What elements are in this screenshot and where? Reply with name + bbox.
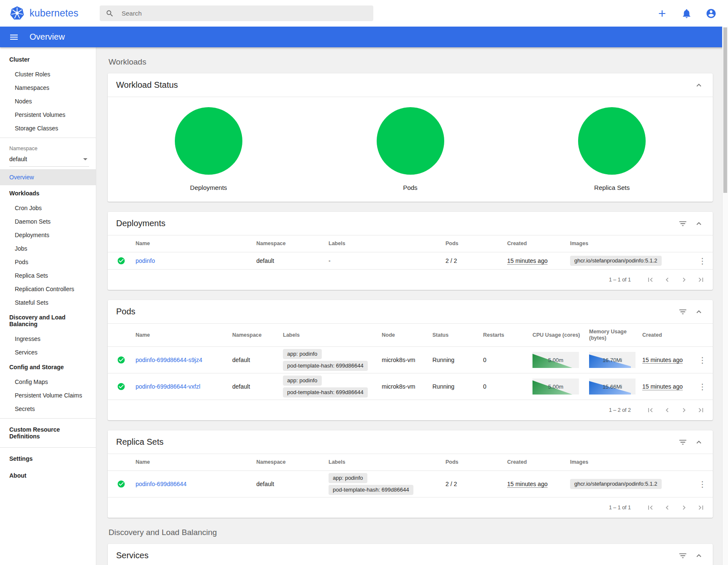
collapse-button[interactable] xyxy=(691,216,707,232)
sidebar-item-pods[interactable]: Pods xyxy=(0,255,96,269)
sidebar-item-replica-sets[interactable]: Replica Sets xyxy=(0,269,96,282)
pagination-range: 1 – 1 of 1 xyxy=(609,277,631,283)
column-header: Namespace xyxy=(252,235,324,252)
sidebar-item-custom-resource-definitions[interactable]: Custom Resource Definitions xyxy=(0,421,96,445)
namespace-selector[interactable]: default xyxy=(9,152,89,167)
collapse-button[interactable] xyxy=(691,548,707,564)
sidebar-item-about[interactable]: About xyxy=(0,467,96,484)
collapse-button[interactable] xyxy=(691,77,707,93)
label-chips: app: podinfo pod-template-hash: 699d8664… xyxy=(283,376,373,397)
filter-button[interactable] xyxy=(675,304,691,320)
cell-namespace: default xyxy=(252,471,324,497)
notifications-button[interactable] xyxy=(681,8,693,19)
next-page-button[interactable] xyxy=(676,402,693,419)
sidebar-section-workloads: Workloads xyxy=(0,185,96,201)
column-header: Created xyxy=(638,324,691,347)
pod-link[interactable]: podinfo-699d86644-s9jz4 xyxy=(136,357,202,363)
row-menu-button[interactable]: ⋮ xyxy=(695,479,710,489)
row-menu-button[interactable]: ⋮ xyxy=(695,355,710,365)
filter-button[interactable] xyxy=(675,216,691,232)
sidebar-item-cron-jobs[interactable]: Cron Jobs xyxy=(0,201,96,215)
row-menu-button[interactable]: ⋮ xyxy=(695,382,710,392)
sidebar-item-services[interactable]: Services xyxy=(0,346,96,359)
pod-link[interactable]: podinfo-699d86644-vxfzl xyxy=(136,383,200,390)
previous-page-button[interactable] xyxy=(659,271,676,288)
user-menu-button[interactable] xyxy=(705,8,717,19)
pagination: 1 – 2 of 2 xyxy=(108,400,713,420)
column-header: Images xyxy=(566,454,691,471)
column-header: Images xyxy=(566,235,691,252)
next-page-button[interactable] xyxy=(676,271,693,288)
table-row: podinfo default - 2 / 2 15 minutes ago g… xyxy=(108,252,713,270)
image-chip: ghcr.io/stefanprodan/podinfo:5.1.2 xyxy=(570,256,662,266)
column-header: Namespace xyxy=(228,324,279,347)
last-page-button[interactable] xyxy=(693,271,709,288)
label-chip: app: podinfo xyxy=(329,473,367,483)
sidebar-item-storage-classes[interactable]: Storage Classes xyxy=(0,122,96,135)
column-header: Pods xyxy=(441,235,503,252)
collapse-button[interactable] xyxy=(691,304,707,320)
deployments-donut xyxy=(175,107,242,175)
search-bar[interactable] xyxy=(100,5,373,21)
cpu-usage-sparkline: 5.00m xyxy=(532,378,579,395)
collapse-button[interactable] xyxy=(691,434,707,450)
sidebar-item-deployments[interactable]: Deployments xyxy=(0,228,96,242)
sidebar-item-nodes[interactable]: Nodes xyxy=(0,95,96,108)
filter-button[interactable] xyxy=(675,434,691,450)
status-ok-icon xyxy=(117,382,127,391)
chevron-left-icon xyxy=(663,503,671,512)
sidebar-item-stateful-sets[interactable]: Stateful Sets xyxy=(0,296,96,309)
kubernetes-brand[interactable]: kubernetes xyxy=(9,5,100,21)
next-page-button[interactable] xyxy=(676,499,693,516)
hamburger-icon xyxy=(9,32,19,42)
sidebar-item-persistent-volumes[interactable]: Persistent Volumes xyxy=(0,108,96,122)
created-time: 15 minutes ago xyxy=(642,357,683,363)
section-heading-discovery: Discovery and Load Balancing xyxy=(109,528,712,537)
topbar: kubernetes xyxy=(0,0,728,27)
cell-namespace: default xyxy=(228,373,279,400)
sidebar-item-daemon-sets[interactable]: Daemon Sets xyxy=(0,215,96,228)
cell-labels: - xyxy=(324,252,441,270)
deployment-link[interactable]: podinfo xyxy=(136,257,155,264)
first-page-button[interactable] xyxy=(642,402,659,419)
last-page-icon xyxy=(697,276,705,284)
last-page-button[interactable] xyxy=(693,499,709,516)
plus-icon xyxy=(657,8,668,19)
table-row: podinfo-699d86644 default app: podinfo p… xyxy=(108,471,713,497)
scrollbar-thumb[interactable] xyxy=(723,27,727,193)
sidebar-item-cluster-roles[interactable]: Cluster Roles xyxy=(0,68,96,81)
card-title: Replica Sets xyxy=(116,437,675,447)
first-page-button[interactable] xyxy=(642,499,659,516)
chart-label: Replica Sets xyxy=(594,184,630,192)
pods-card: Pods Name Namespace Labels Node xyxy=(108,300,713,420)
chevron-right-icon xyxy=(680,276,688,284)
sidebar-item-config-maps[interactable]: Config Maps xyxy=(0,375,96,389)
last-page-button[interactable] xyxy=(693,402,709,419)
sidebar-item-jobs[interactable]: Jobs xyxy=(0,242,96,255)
search-input[interactable] xyxy=(121,9,367,17)
created-time: 15 minutes ago xyxy=(507,481,548,487)
sidebar-item-replication-controllers[interactable]: Replication Controllers xyxy=(0,282,96,296)
sidebar-item-overview[interactable]: Overview xyxy=(0,169,96,185)
sidebar-item-persistent-volume-claims[interactable]: Persistent Volume Claims xyxy=(0,389,96,402)
previous-page-button[interactable] xyxy=(659,499,676,516)
sidebar-item-secrets[interactable]: Secrets xyxy=(0,402,96,416)
sidebar-item-namespaces[interactable]: Namespaces xyxy=(0,81,96,95)
first-page-button[interactable] xyxy=(642,271,659,288)
sidebar-item-settings[interactable]: Settings xyxy=(0,450,96,467)
menu-toggle-button[interactable] xyxy=(8,32,19,43)
create-resource-button[interactable] xyxy=(656,8,668,19)
previous-page-button[interactable] xyxy=(659,402,676,419)
card-title: Services xyxy=(116,551,675,560)
cell-pods: 2 / 2 xyxy=(441,252,503,270)
column-header-menu xyxy=(691,324,713,347)
sidebar-item-ingresses[interactable]: Ingresses xyxy=(0,332,96,346)
row-menu-button[interactable]: ⋮ xyxy=(695,256,710,266)
chevron-up-icon xyxy=(694,551,704,560)
kubernetes-logo-icon xyxy=(9,5,25,21)
divider xyxy=(0,447,96,448)
appbar: Overview xyxy=(0,27,728,47)
filter-button[interactable] xyxy=(675,548,691,564)
replica-set-link[interactable]: podinfo-699d86644 xyxy=(136,481,187,487)
scrollbar[interactable] xyxy=(722,27,728,565)
